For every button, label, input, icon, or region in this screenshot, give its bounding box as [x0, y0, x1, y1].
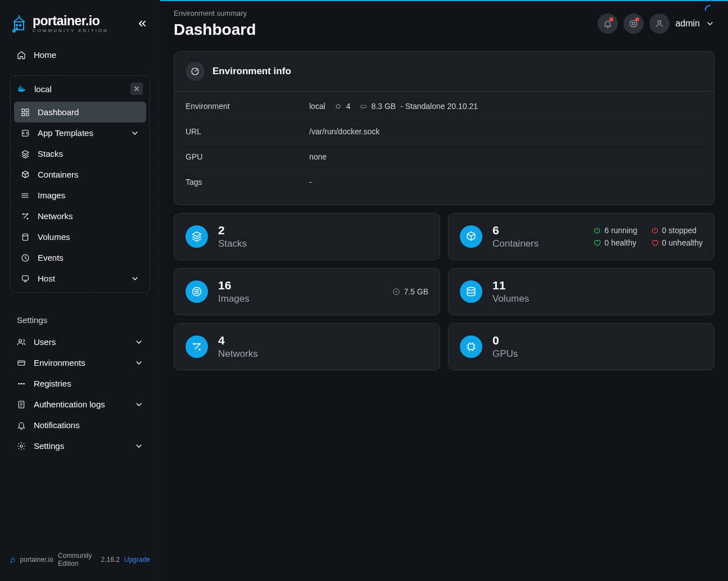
environment-close-button[interactable]	[130, 83, 143, 95]
networks-icon	[21, 212, 30, 221]
stacks-icon	[186, 225, 208, 248]
memory-icon	[360, 103, 367, 110]
svg-rect-43	[468, 344, 474, 349]
sidebar-item-stacks[interactable]: Stacks	[14, 143, 146, 164]
heart-icon	[593, 239, 601, 247]
svg-rect-8	[22, 109, 25, 112]
help-dot	[635, 17, 639, 21]
sidebar-item-dashboard[interactable]: Dashboard	[14, 102, 146, 122]
svg-rect-5	[20, 88, 21, 89]
svg-point-24	[21, 383, 22, 384]
sidebar-item-label: Host	[38, 274, 123, 283]
chevron-down-icon	[130, 274, 139, 283]
svg-point-39	[467, 288, 474, 290]
sidebar-item-images[interactable]: Images	[14, 185, 146, 206]
sidebar-item-label: Registries	[34, 379, 143, 388]
containers-running: 6 running	[593, 226, 637, 235]
brand-name: portainer.io	[33, 15, 108, 28]
sidebar-footer: portainer.io Community Edition 2.16.2 Up…	[0, 543, 160, 581]
sidebar-item-networks[interactable]: Networks	[14, 206, 146, 226]
info-label: Environment	[186, 102, 309, 111]
sidebar: portainer.io COMMUNITY EDITION Home loca…	[0, 0, 160, 581]
info-label: GPU	[186, 152, 309, 161]
svg-point-3	[12, 29, 16, 33]
tile-stacks[interactable]: 2Stacks	[174, 213, 440, 260]
svg-point-16	[22, 213, 24, 215]
sidebar-item-settings[interactable]: Settings	[10, 435, 150, 456]
user-menu[interactable]: admin	[649, 13, 715, 34]
chevron-down-icon	[134, 400, 143, 409]
gpus-icon	[460, 335, 482, 358]
info-label: Tags	[186, 178, 309, 187]
svg-rect-0	[16, 24, 18, 26]
disk-icon	[392, 288, 400, 296]
svg-point-26	[23, 383, 25, 384]
sidebar-item-label: Notifications	[34, 420, 143, 430]
sidebar-item-host[interactable]: Host	[14, 268, 146, 289]
sidebar-item-volumes[interactable]: Volumes	[14, 226, 146, 247]
environment-name: local	[34, 84, 52, 94]
images-icon	[21, 191, 30, 200]
sidebar-item-registries[interactable]: Registries	[10, 373, 150, 394]
events-icon	[21, 253, 30, 262]
help-button[interactable]	[623, 13, 644, 34]
svg-point-28	[20, 445, 22, 447]
containers-unhealthy: 0 unhealthy	[651, 238, 703, 247]
tile-networks[interactable]: 4Networks	[174, 323, 440, 370]
volumes-icon	[21, 233, 30, 242]
stacks-label: Stacks	[218, 238, 247, 249]
tile-containers[interactable]: 6Containers 6 running 0 stopped 0 health…	[448, 213, 715, 260]
sidebar-item-containers[interactable]: Containers	[14, 164, 146, 185]
svg-point-29	[11, 561, 12, 562]
sidebar-item-home[interactable]: Home	[10, 44, 150, 65]
tile-gpus[interactable]: 0GPUs	[448, 323, 715, 370]
sidebar-item-app-templates[interactable]: App Templates	[14, 122, 146, 143]
svg-rect-35	[360, 105, 366, 107]
sidebar-item-label: Dashboard	[38, 107, 139, 117]
dashboard-icon	[21, 108, 30, 117]
main: Environment summary Dashboard admin	[160, 0, 728, 581]
svg-point-32	[658, 21, 661, 24]
stacks-count: 2	[218, 224, 247, 237]
settings-section-title: Settings	[0, 299, 160, 332]
gpus-label: GPUs	[492, 348, 518, 360]
containers-healthy: 0 healthy	[593, 238, 637, 247]
tile-images[interactable]: 16Images 7.5 GB	[174, 268, 440, 315]
page-title: Dashboard	[174, 21, 256, 39]
environment-header[interactable]: local	[11, 76, 150, 102]
sidebar-item-label: Containers	[38, 170, 139, 179]
tile-volumes[interactable]: 11Volumes	[448, 268, 715, 315]
containers-stopped: 0 stopped	[651, 226, 703, 235]
portainer-logo-small-icon	[10, 555, 16, 564]
volumes-icon	[460, 280, 482, 303]
upgrade-link[interactable]: Upgrade	[124, 556, 150, 564]
user-icon	[655, 19, 664, 28]
sidebar-item-users[interactable]: Users	[10, 332, 150, 352]
environments-icon	[17, 358, 26, 367]
images-size: 7.5 GB	[392, 287, 428, 296]
notifications-button[interactable]	[598, 13, 618, 34]
sidebar-collapse-button[interactable]	[135, 17, 149, 30]
sidebar-item-label: Users	[34, 337, 126, 347]
images-icon	[186, 280, 208, 303]
info-row: Environmentlocal 4 8.3 GB - Standalone 2…	[186, 94, 703, 119]
sidebar-item-notifications[interactable]: Notifications	[10, 415, 150, 435]
loading-arc-icon	[704, 4, 716, 16]
sidebar-item-authentication-logs[interactable]: Authentication logs	[10, 394, 150, 415]
stacks-icon	[21, 149, 30, 158]
volumes-count: 11	[492, 279, 529, 292]
svg-point-22	[19, 339, 22, 342]
templates-icon	[21, 129, 30, 138]
gpus-count: 0	[492, 334, 518, 347]
chevron-down-icon	[134, 442, 143, 451]
containers-icon	[460, 225, 482, 248]
chevrons-left-icon	[137, 18, 148, 29]
sidebar-item-environments[interactable]: Environments	[10, 352, 150, 373]
environment-info-title: Environment info	[212, 66, 291, 77]
cpu-icon	[334, 103, 342, 110]
heart-icon	[651, 239, 659, 247]
svg-point-15	[21, 197, 22, 197]
info-value: /var/run/docker.sock	[309, 127, 703, 136]
logo[interactable]: portainer.io COMMUNITY EDITION	[11, 14, 108, 33]
sidebar-item-events[interactable]: Events	[14, 247, 146, 268]
